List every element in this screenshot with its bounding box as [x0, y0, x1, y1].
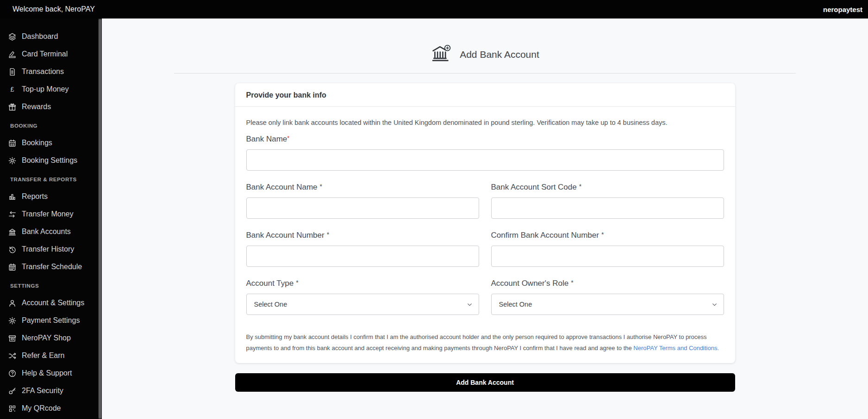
welcome-text: Welcome back, NeroPAY — [12, 5, 95, 13]
card-header: Provide your bank info — [235, 83, 735, 107]
label-text: Bank Account Name — [246, 183, 318, 191]
sidebar-section-settings: SETTINGS — [0, 283, 102, 292]
sidebar-item-bookings[interactable]: Bookings — [0, 134, 102, 152]
sidebar-item-label: Bookings — [22, 139, 52, 147]
sidebar-item-label: Transfer Money — [22, 210, 73, 218]
sidebar-item-help-support[interactable]: Help & Support — [0, 364, 102, 382]
person-icon — [7, 298, 17, 308]
page-title: Add Bank Account — [460, 49, 539, 60]
sidebar-item-neropay-shop[interactable]: NeroPAY Shop — [0, 329, 102, 347]
account-type-label: Account Type* — [246, 279, 479, 288]
sidebar-item-reports[interactable]: Reports — [0, 188, 102, 205]
qr-code-icon — [7, 404, 17, 413]
sidebar-nav: DashboardCard TerminalTransactions£Top-u… — [0, 18, 102, 417]
label-text: Bank Account Sort Code — [491, 183, 577, 191]
transfer-arrows-icon — [7, 210, 17, 219]
account-type-col: Account Type* Select One — [246, 279, 479, 315]
confirm-account-number-input[interactable] — [491, 246, 724, 267]
sidebar-item-label: Top-up Money — [22, 85, 69, 93]
sidebar-item-label: Booking Settings — [22, 156, 77, 165]
card-title: Provide your bank info — [246, 91, 326, 99]
sidebar-item-refer-earn[interactable]: Refer & Earn — [0, 347, 102, 364]
sidebar-item-rewards[interactable]: Rewards — [0, 98, 102, 116]
sidebar-item-transactions[interactable]: Transactions — [0, 63, 102, 80]
sidebar-item-label: Card Terminal — [22, 50, 68, 58]
account-number-input[interactable] — [246, 246, 479, 267]
gear-icon — [7, 156, 17, 165]
calendar-grid-icon — [7, 262, 17, 271]
required-asterisk: * — [571, 279, 573, 286]
disclaimer: By submitting my bank account details I … — [246, 332, 724, 354]
label-text: Account Owner's Role — [491, 279, 569, 288]
sidebar-item-label: Dashboard — [22, 32, 58, 41]
sidebar-section-transfer-reports: TRANSFER & REPORTS — [0, 177, 102, 186]
account-menu[interactable]: neropaytest — [823, 6, 862, 13]
intro-text: Please only link bank accounts located w… — [246, 119, 724, 126]
add-bank-account-button[interactable]: Add Bank Account — [235, 373, 735, 392]
required-asterisk: * — [601, 231, 604, 238]
terms-and-conditions-link[interactable]: NeroPAY Terms and Conditions. — [633, 345, 719, 351]
sidebar-scrollbar-thumb[interactable] — [99, 19, 101, 419]
owner-role-label: Account Owner's Role* — [491, 279, 724, 288]
account-type-select[interactable]: Select One — [246, 294, 479, 315]
type-role-row: Account Type* Select One Account Owner's… — [246, 279, 724, 315]
sidebar-item-my-qrcode[interactable]: My QRcode — [0, 400, 102, 417]
account-name-input[interactable] — [246, 197, 479, 219]
owner-role-col: Account Owner's Role* Select One — [491, 279, 724, 315]
sidebar-item-label: Reports — [22, 192, 48, 201]
key-icon — [7, 386, 17, 395]
sidebar-item-transfer-money[interactable]: Transfer Money — [0, 205, 102, 223]
sidebar-item-label: Transfer Schedule — [22, 263, 82, 271]
main-content: Add Bank Account Provide your bank info … — [102, 18, 868, 419]
sidebar-item-top-up-money[interactable]: £Top-up Money — [0, 80, 102, 98]
owner-role-select[interactable]: Select One — [491, 294, 724, 315]
sidebar-item-transfer-history[interactable]: Transfer History — [0, 240, 102, 258]
card-body: Please only link bank accounts located w… — [235, 107, 735, 363]
sidebar-item-label: NeroPAY Shop — [22, 334, 71, 342]
sidebar-item-account-settings[interactable]: Account & Settings — [0, 294, 102, 312]
required-asterisk: * — [320, 183, 322, 190]
pound-icon: £ — [7, 85, 17, 94]
gear-icon — [7, 316, 17, 325]
sidebar-item-label: Refer & Earn — [22, 351, 64, 360]
history-clock-icon — [7, 245, 17, 254]
layers-icon — [7, 32, 17, 41]
confirm-account-number-col: Confirm Bank Account Number* — [491, 231, 724, 267]
document-icon — [7, 67, 17, 76]
label-text: Bank Account Number — [246, 231, 325, 240]
sort-code-col: Bank Account Sort Code* — [491, 183, 724, 219]
required-asterisk: * — [296, 279, 298, 286]
account-number-label: Bank Account Number* — [246, 231, 479, 240]
sidebar-item-label: Payment Settings — [22, 316, 80, 325]
bank-plus-icon — [431, 44, 452, 65]
sidebar-scrollbar[interactable] — [98, 18, 102, 419]
sidebar-item-bank-accounts[interactable]: Bank Accounts — [0, 223, 102, 240]
card-terminal-icon — [7, 49, 17, 59]
heading-divider — [174, 73, 796, 74]
topbar: Welcome back, NeroPAY neropaytest — [0, 0, 868, 18]
account-name-sortcode-row: Bank Account Name* Bank Account Sort Cod… — [246, 183, 724, 219]
required-asterisk: * — [287, 135, 289, 142]
label-text: Confirm Bank Account Number — [491, 231, 599, 240]
confirm-account-number-label: Confirm Bank Account Number* — [491, 231, 724, 240]
sort-code-label: Bank Account Sort Code* — [491, 183, 724, 192]
sidebar-item-label: Bank Accounts — [22, 228, 71, 236]
sidebar-item-payment-settings[interactable]: Payment Settings — [0, 312, 102, 329]
sort-code-input[interactable] — [491, 197, 724, 219]
required-asterisk: * — [579, 183, 581, 190]
sidebar-item-dashboard[interactable]: Dashboard — [0, 28, 102, 45]
label-text: Account Type — [246, 279, 294, 288]
account-name-label: Bank Account Name* — [246, 183, 479, 192]
sidebar-section-booking: BOOKING — [0, 123, 102, 132]
required-asterisk: * — [327, 231, 329, 238]
help-circle-icon — [7, 369, 17, 378]
account-number-row: Bank Account Number* Confirm Bank Accoun… — [246, 231, 724, 267]
account-number-col: Bank Account Number* — [246, 231, 479, 267]
bank-name-input[interactable] — [246, 149, 724, 171]
sidebar-item-label: Transfer History — [22, 245, 74, 253]
bar-chart-icon — [7, 192, 17, 201]
sidebar-item-booking-settings[interactable]: Booking Settings — [0, 152, 102, 169]
sidebar-item-2fa-security[interactable]: 2FA Security — [0, 382, 102, 400]
sidebar-item-transfer-schedule[interactable]: Transfer Schedule — [0, 258, 102, 276]
sidebar-item-card-terminal[interactable]: Card Terminal — [0, 45, 102, 63]
